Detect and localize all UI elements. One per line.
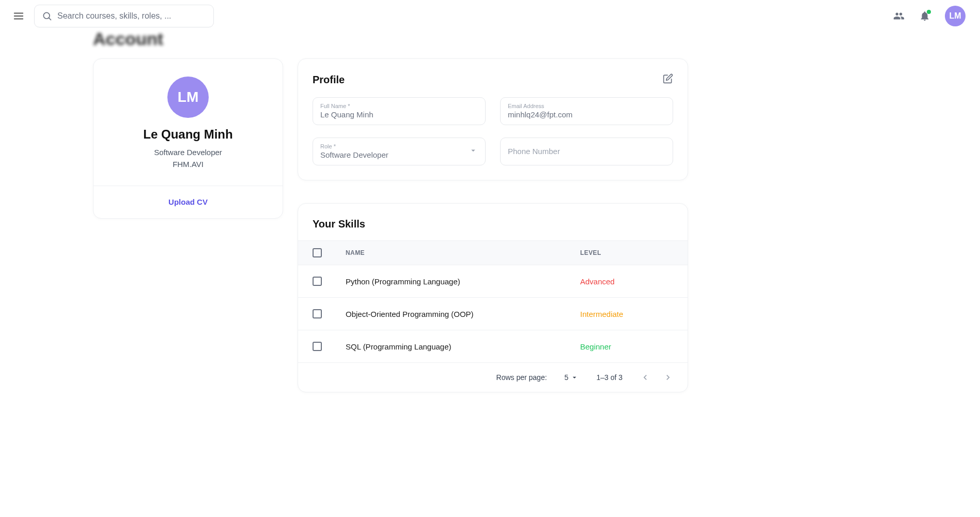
upload-cv-row: Upload CV xyxy=(94,186,283,218)
edit-icon xyxy=(663,73,673,84)
column-header-name[interactable]: NAME xyxy=(346,249,580,256)
profile-form: Full Name * Le Quang Minh Email Address … xyxy=(313,97,673,165)
pager-prev-button[interactable] xyxy=(640,372,650,383)
full-name-field[interactable]: Full Name * Le Quang Minh xyxy=(313,97,486,125)
menu-button[interactable] xyxy=(12,10,25,22)
skill-name: SQL (Programming Language) xyxy=(346,342,580,351)
role-field[interactable]: Role * Software Developer xyxy=(313,138,486,165)
skill-level: Beginner xyxy=(580,342,673,351)
chevron-down-icon xyxy=(469,146,478,155)
role-caret xyxy=(469,146,478,157)
profile-name: Le Quang Minh xyxy=(106,127,270,142)
skill-level: Advanced xyxy=(580,277,673,286)
search-input[interactable] xyxy=(57,11,206,21)
right-column: Profile Full Name * Le Quang Minh Email … xyxy=(298,58,688,392)
profile-summary-top: LM Le Quang Minh Software Developer FHM.… xyxy=(94,59,283,186)
email-field[interactable]: Email Address minhlq24@fpt.com xyxy=(500,97,673,125)
profile-card-header: Profile xyxy=(313,73,673,86)
skill-name: Object-Oriented Programming (OOP) xyxy=(346,310,580,318)
table-row: Object-Oriented Programming (OOP)Interme… xyxy=(298,298,688,330)
svg-line-4 xyxy=(49,18,51,20)
skills-table-body: Python (Programming Language)AdvancedObj… xyxy=(298,265,688,363)
page-body: Account LM Le Quang Minh Software Develo… xyxy=(0,29,980,413)
chevron-left-icon xyxy=(640,372,650,383)
profile-section-title: Profile xyxy=(313,74,345,86)
skills-card-header: Your Skills xyxy=(298,204,688,240)
full-name-label: Full Name * xyxy=(320,103,478,109)
pager-range: 1–3 of 3 xyxy=(596,373,623,382)
svg-point-3 xyxy=(43,12,50,19)
phone-placeholder: Phone Number xyxy=(508,147,665,156)
avatar-menu[interactable]: LM xyxy=(945,6,966,26)
rows-per-page-value: 5 xyxy=(565,373,569,382)
row-checkbox[interactable] xyxy=(313,342,322,351)
chevron-down-icon xyxy=(570,373,579,382)
select-all-checkbox[interactable] xyxy=(313,248,322,257)
email-value: minhlq24@fpt.com xyxy=(508,110,665,119)
skills-section-title: Your Skills xyxy=(313,218,673,230)
hamburger-icon xyxy=(13,10,24,22)
upload-cv-button[interactable]: Upload CV xyxy=(168,197,208,206)
page-title: Account xyxy=(93,29,887,49)
rows-per-page-select[interactable]: 5 xyxy=(565,373,579,382)
search-icon xyxy=(42,11,52,21)
table-row: Python (Programming Language)Advanced xyxy=(298,265,688,298)
phone-field[interactable]: Phone Number xyxy=(500,138,673,165)
pager-next-button[interactable] xyxy=(663,372,673,383)
layout-grid: LM Le Quang Minh Software Developer FHM.… xyxy=(93,58,887,392)
skill-level: Intermediate xyxy=(580,310,673,318)
topbar-right: LM xyxy=(893,6,966,26)
skills-pager: Rows per page: 5 1–3 of 3 xyxy=(298,363,688,392)
profile-org: FHM.AVI xyxy=(106,159,270,171)
column-header-level[interactable]: LEVEL xyxy=(580,249,673,256)
notifications-button[interactable] xyxy=(919,10,930,22)
rows-per-page-label: Rows per page: xyxy=(496,373,547,382)
skills-table-header: NAME LEVEL xyxy=(298,240,688,265)
skills-card: Your Skills NAME LEVEL Python (Programmi… xyxy=(298,203,688,392)
avatar-large: LM xyxy=(167,77,209,118)
profile-role: Software Developer xyxy=(106,147,270,159)
role-value: Software Developer xyxy=(320,150,478,159)
row-checkbox[interactable] xyxy=(313,309,322,318)
role-label: Role * xyxy=(320,143,478,149)
email-label: Email Address xyxy=(508,103,665,109)
profile-summary-card: LM Le Quang Minh Software Developer FHM.… xyxy=(93,58,283,219)
notification-dot xyxy=(927,10,931,14)
edit-profile-button[interactable] xyxy=(663,73,673,86)
people-icon xyxy=(893,10,905,22)
topbar: LM xyxy=(0,0,980,32)
table-row: SQL (Programming Language)Beginner xyxy=(298,330,688,363)
skill-name: Python (Programming Language) xyxy=(346,277,580,286)
row-checkbox[interactable] xyxy=(313,277,322,286)
chevron-right-icon xyxy=(663,372,673,383)
people-button[interactable] xyxy=(893,10,905,22)
search-box[interactable] xyxy=(34,5,214,27)
profile-card: Profile Full Name * Le Quang Minh Email … xyxy=(298,58,688,180)
full-name-value: Le Quang Minh xyxy=(320,110,478,119)
